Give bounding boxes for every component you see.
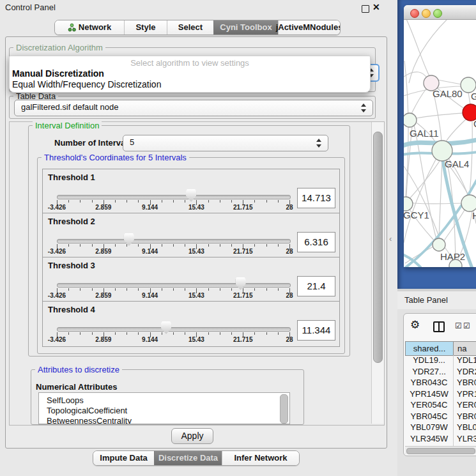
network-edge[interactable] [416,113,463,118]
threshold-value-field[interactable]: 11.344 [297,320,335,341]
tab-jactivemnodules[interactable]: jActiveMNodules [278,20,340,35]
attribute-item[interactable]: SelfLoops [47,395,84,406]
attribute-item[interactable]: TopologicalCoefficient [47,406,127,416]
table-cell-shared-name[interactable]: YBR043C [405,378,453,388]
minor-tick [92,200,93,203]
threshold-box-2: Threshold 2-3.4262.8599.14415.4321.71528… [42,213,340,259]
slider-track[interactable] [57,239,291,243]
dropdown-item-manual[interactable]: Manual Discretization [12,68,104,79]
minor-tick [127,288,127,291]
apply-button[interactable]: Apply [171,428,213,444]
table-cell-name[interactable]: YDR2 [457,367,476,378]
column-header-name[interactable]: na [453,341,476,356]
network-edge[interactable] [439,161,442,238]
minor-tick [138,244,139,247]
network-edge[interactable] [404,72,427,78]
slider-thumb[interactable] [161,321,171,334]
tab-infer-network[interactable]: Infer Network [222,451,299,465]
threshold-value-field[interactable]: 6.316 [297,232,335,252]
table-cell-shared-name[interactable]: YER054C [405,400,453,411]
table-cell-shared-name[interactable]: YPR145W [405,389,453,400]
minor-tick [173,288,174,291]
combo-spinner-icon [316,139,322,148]
vertical-scrollbar-thumb[interactable] [373,132,383,363]
tick-label: 9.144 [136,204,164,211]
horizontal-scrollbar-track[interactable] [405,446,476,454]
table-data-combobox[interactable]: galFiltered.sif default node [14,100,373,116]
group-title: Interval Definition [33,121,102,130]
column-header-shared-name[interactable]: shared... [405,341,454,356]
network-edge[interactable] [468,93,470,104]
tab-impute-data[interactable]: Impute Data [93,451,154,465]
zoom-traffic-light-icon[interactable] [433,9,442,18]
table-cell-name[interactable]: YPR1 [457,389,476,400]
minor-tick [127,332,127,335]
tab-discretize-data[interactable]: Discretize Data [154,451,222,465]
panel-collapse-handle[interactable]: ‹ [389,234,392,243]
slider-thumb[interactable] [186,189,196,202]
network-canvas[interactable]: GAL80GCGAL11GAL4GCY1HHAP2 [404,20,476,267]
network-node-gal11[interactable] [404,113,417,127]
network-edge[interactable] [470,121,472,195]
select-checkbox-icon[interactable]: ☑ [463,321,470,330]
tick-label: 21.715 [229,248,257,255]
threshold-value-field[interactable]: 14.713 [297,188,335,208]
attribute-item[interactable]: BetweennessCentrality [47,416,132,424]
table-cell-name[interactable]: YLR3 [457,434,476,445]
tab-select[interactable]: Select [167,20,213,35]
network-edge[interactable] [445,118,467,142]
network-node-label: C [473,118,476,129]
network-edge[interactable] [406,20,429,76]
table-cell-name[interactable]: YDL1 [457,355,476,366]
threshold-value-field[interactable]: 21.4 [297,276,335,296]
threshold-label: Threshold 4 [48,305,95,314]
group-title: Discretization Algorithm [13,43,105,52]
network-edge[interactable] [410,161,440,199]
minor-tick [115,200,116,203]
close-traffic-light-icon[interactable] [410,9,419,18]
slider-track[interactable] [57,195,291,199]
table-cell-shared-name[interactable]: YBR045C [405,411,453,422]
slider-thumb[interactable] [236,277,246,290]
minor-tick [138,200,139,203]
minimize-traffic-light-icon[interactable] [422,9,431,18]
tick-label: 21.715 [229,292,257,299]
horizontal-scrollbar-thumb[interactable] [406,448,475,454]
tab-style[interactable]: Style [124,20,167,35]
minor-tick [208,288,209,291]
table-cell-name[interactable]: YBL0 [457,422,476,433]
dropdown-item-equal-width[interactable]: Equal Width/Frequency Discretization [12,79,161,89]
table-cell-name[interactable]: YBR0 [457,378,476,388]
network-node-h[interactable] [461,195,476,211]
list-scrollbar-thumb[interactable] [280,394,288,424]
tab-label: Infer Network [234,451,287,465]
table-cell-name[interactable]: YER0 [457,400,476,411]
minor-tick [127,200,127,203]
columns-icon[interactable] [433,321,445,332]
slider-track[interactable] [57,283,291,288]
float-window-icon[interactable] [362,5,369,13]
tab-network[interactable]: Network [55,20,124,35]
table-cell-shared-name[interactable]: YLR345W [405,434,453,445]
network-edge[interactable] [413,203,462,204]
network-window-titlebar[interactable] [404,5,476,20]
minor-tick [254,200,255,203]
network-node-gcy1[interactable] [404,197,413,211]
tick-label: -3.426 [43,336,71,343]
table-panel-title: Table Panel [404,295,448,305]
table-cell-shared-name[interactable]: YDR27... [405,367,453,378]
close-icon[interactable]: ✕ [372,2,380,12]
slider-track[interactable] [57,327,291,332]
minor-tick [68,200,69,203]
table-cell-shared-name[interactable]: YBL079W [405,422,453,433]
slider-thumb[interactable] [124,233,134,246]
select-checkbox-icon[interactable]: ☑ [455,321,462,330]
number-of-intervals-combobox[interactable]: 5 [123,135,328,151]
network-edge[interactable] [438,80,461,84]
minor-tick [254,288,255,291]
table-cell-name[interactable]: YBR0 [457,411,476,422]
table-cell-shared-name[interactable]: YDL19... [405,355,453,366]
gear-icon[interactable]: ⚙ [410,318,420,332]
network-node-hap2[interactable] [433,238,445,251]
tab-cyni-toolbox[interactable]: Cyni Toolbox [213,20,278,35]
